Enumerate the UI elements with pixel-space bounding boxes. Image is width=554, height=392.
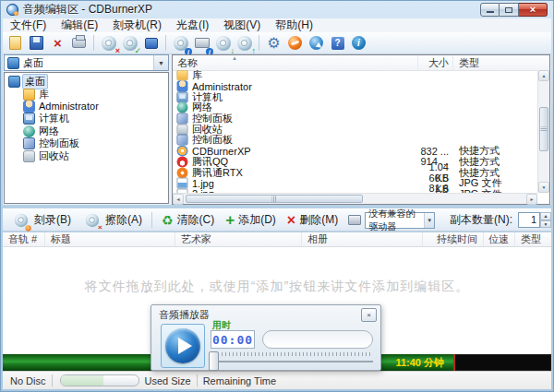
burn-button[interactable]: 刻录(B): [6, 209, 76, 231]
scroll-left-button[interactable]: ◄: [173, 194, 184, 205]
control-panel-icon: [177, 113, 188, 125]
tree-item-network[interactable]: 网络: [5, 125, 168, 137]
erase-button[interactable]: ×擦除(A): [78, 209, 147, 231]
minimize-button[interactable]: [480, 3, 500, 17]
file-size: 832 ...: [414, 146, 452, 157]
vertical-scrollbar[interactable]: ▲ ▼: [537, 70, 549, 193]
drive-info-button[interactable]: i: [192, 33, 211, 53]
column-header-artist[interactable]: 艺术家: [175, 232, 302, 246]
close-compilation-button[interactable]: ×: [48, 33, 67, 53]
disc-info-button[interactable]: i: [171, 33, 190, 53]
file-name: 1.jpg: [192, 178, 214, 189]
drive-select[interactable]: 没有兼容的驱动器 ▼: [365, 212, 435, 229]
maximize-icon: [505, 7, 512, 13]
remove-button[interactable]: ×删除(M): [283, 211, 343, 229]
import-button[interactable]: ↓: [213, 33, 233, 53]
scroll-up-button[interactable]: ▲: [538, 70, 549, 81]
play-icon: [178, 338, 192, 354]
play-circle: [165, 328, 200, 363]
location-dropdown[interactable]: 桌面 ▼: [4, 54, 169, 71]
control-panel-icon: [177, 135, 188, 146]
jpg-file-icon: [177, 178, 188, 189]
about-button[interactable]: i: [349, 33, 368, 53]
toolbar-separator: [165, 35, 166, 51]
tree-item-control-panel[interactable]: 控制面板: [5, 137, 168, 149]
clear-button[interactable]: ♻清除(C): [157, 211, 219, 229]
file-row[interactable]: 库: [173, 70, 537, 81]
finalize-disc-button[interactable]: ✓: [120, 33, 139, 53]
play-button[interactable]: [161, 324, 205, 368]
clear-label: 清除(C): [177, 212, 215, 228]
tree-item-desktop[interactable]: 桌面: [5, 76, 168, 88]
column-header-title[interactable]: 标题: [45, 232, 175, 246]
file-list-pane: 名称 大小 类型 ▲ 库 Administrator 计算机 网络 控制面板 回…: [172, 54, 550, 205]
red-x-icon: ×: [54, 36, 62, 50]
spinner-up-button[interactable]: ▲: [540, 212, 551, 220]
column-header-name[interactable]: 名称: [173, 55, 417, 70]
green-plus-icon: +: [225, 212, 235, 228]
menu-item-file[interactable]: 文件(F): [3, 18, 54, 32]
tree-item-computer[interactable]: 计算机: [5, 113, 168, 125]
menu-item-edit[interactable]: 编辑(E): [54, 18, 105, 32]
tree-item-label: Administrator: [39, 101, 99, 112]
tree-item-administrator[interactable]: Administrator: [5, 101, 168, 113]
column-header-type[interactable]: 类型: [515, 232, 551, 246]
print-icon: [72, 38, 86, 48]
capacity-remaining-text: 11:40 分钟: [395, 356, 444, 370]
column-header-track[interactable]: 音轨 #: [3, 232, 45, 246]
main-toolbar: × × ✓ i i ↓ ↑ ⚙ ? i: [3, 32, 551, 54]
help-button[interactable]: ?: [328, 33, 347, 53]
website-button[interactable]: [307, 33, 326, 53]
chevron-down-icon[interactable]: ▼: [424, 213, 434, 228]
menu-item-recorder[interactable]: 刻录机(R): [105, 18, 169, 32]
add-button[interactable]: +添加(D): [221, 211, 281, 229]
column-header-duration[interactable]: 持续时间: [423, 232, 484, 246]
settings-button[interactable]: ⚙: [264, 33, 283, 53]
menu-item-disc[interactable]: 光盘(I): [169, 18, 216, 32]
column-header-album[interactable]: 相册: [302, 232, 423, 246]
player-close-button[interactable]: ×: [361, 308, 377, 322]
scroll-thumb[interactable]: [186, 195, 363, 203]
seek-slider-thumb[interactable]: [209, 351, 219, 371]
spinner-down-button[interactable]: ▼: [540, 220, 551, 229]
status-separator: [52, 374, 53, 386]
new-button[interactable]: [6, 33, 25, 53]
qq-shortcut-icon: [177, 156, 188, 167]
print-button[interactable]: [69, 33, 89, 53]
seek-slider-track[interactable]: [211, 361, 373, 362]
save-button[interactable]: [27, 33, 46, 53]
maximize-button[interactable]: [500, 3, 519, 17]
close-button[interactable]: ×: [519, 3, 548, 17]
tree-item-libraries[interactable]: 库: [5, 88, 168, 100]
window-controls: ×: [480, 3, 548, 17]
menu-item-view[interactable]: 视图(V): [216, 18, 268, 32]
computer-icon: [177, 91, 188, 102]
remove-label: 删除(M): [299, 212, 338, 228]
update-button[interactable]: [285, 33, 305, 53]
data-disc-button[interactable]: [141, 33, 161, 53]
export-button[interactable]: ↑: [235, 33, 254, 53]
menu-bar: 文件(F) 编辑(E) 刻录机(R) 光盘(I) 视图(V) 帮助(H): [3, 18, 551, 32]
tree-item-recycle-bin[interactable]: 回收站: [5, 149, 168, 161]
time-display: 00:00: [211, 330, 255, 349]
help-icon: ?: [331, 37, 344, 50]
column-header-type[interactable]: 类型: [452, 55, 549, 70]
chevron-down-icon[interactable]: ▼: [153, 55, 168, 70]
burn-disc-icon: [12, 211, 30, 229]
scroll-right-button[interactable]: ►: [526, 194, 537, 205]
copies-value[interactable]: 1: [518, 212, 540, 228]
erase-disc-button[interactable]: ×: [99, 33, 118, 53]
import-disc-icon: [216, 36, 231, 51]
column-header-bitrate[interactable]: 位速: [484, 232, 515, 246]
menu-item-help[interactable]: 帮助(H): [268, 18, 320, 32]
sort-arrow-icon: ▲: [232, 55, 237, 61]
drive-info-icon: [195, 38, 210, 48]
scroll-down-button[interactable]: ▼: [538, 182, 549, 193]
horizontal-scrollbar[interactable]: ◄ ►: [173, 193, 537, 204]
new-file-icon: [9, 36, 21, 50]
thumb-grip-icon: [541, 127, 548, 132]
scroll-thumb[interactable]: [539, 107, 548, 151]
tree-item-label: 回收站: [39, 149, 69, 163]
track-list-header: 音轨 # 标题 艺术家 相册 持续时间 位速 类型: [3, 232, 551, 247]
column-header-size[interactable]: 大小: [417, 55, 452, 70]
